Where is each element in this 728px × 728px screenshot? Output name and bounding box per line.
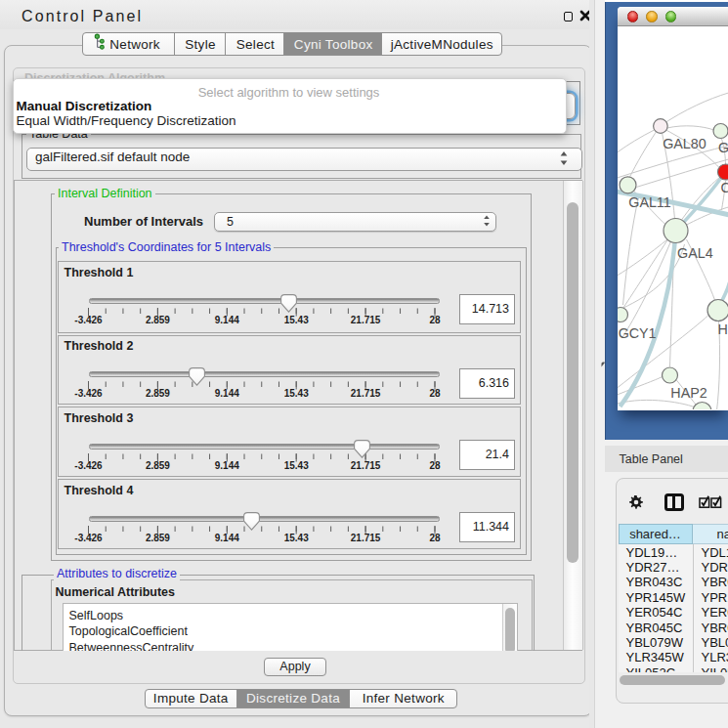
svg-text:H: H bbox=[717, 321, 727, 337]
svg-text:GAL2: GAL2 bbox=[718, 140, 728, 155]
svg-text:CY: CY bbox=[720, 180, 728, 195]
svg-text:HAP2: HAP2 bbox=[670, 385, 707, 401]
svg-text:GCY1: GCY1 bbox=[618, 325, 656, 341]
svg-text:GAL80: GAL80 bbox=[663, 136, 707, 151]
svg-text:GAL11: GAL11 bbox=[628, 194, 670, 210]
svg-text:GAL4: GAL4 bbox=[677, 245, 713, 261]
